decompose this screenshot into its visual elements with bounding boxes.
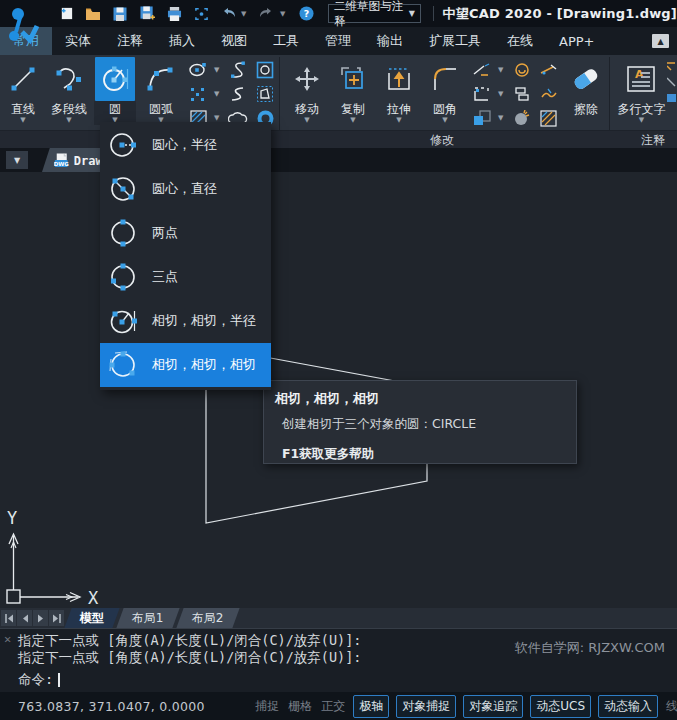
arc-tool-button[interactable]: 圆弧▼ [140,55,182,130]
menu-item-tan-tan-radius[interactable]: 相切，相切，半径 [100,299,271,343]
toggle-otrack[interactable]: 对象追踪 [463,695,523,718]
fillet-tool-button[interactable]: 圆角▼ [424,55,466,130]
polyline-tool-button[interactable]: 多段线▼ [48,55,90,130]
undo-icon[interactable] [220,6,236,22]
menu-item-two-points[interactable]: 两点 [100,211,271,255]
circle-tool-button[interactable]: 圆▼ [94,55,136,130]
tab-zaixian[interactable]: 在线 [494,27,546,55]
menu-item-center-radius[interactable]: 圆心，半径 [100,123,271,167]
tab-layout1[interactable]: 布局1 [116,608,179,628]
tooltip-title: 相切，相切，相切 [275,390,565,408]
rectangle-icon[interactable] [254,60,276,80]
tab-shitu[interactable]: 视图 [208,27,260,55]
menu-item-center-diameter[interactable]: 圆心，直径 [100,167,271,211]
close-icon[interactable]: ✕ [4,632,11,646]
extend-icon[interactable] [511,60,533,80]
toggle-ortho[interactable]: 正交 [320,696,346,717]
annotate-panel-label: 注释 [641,132,665,149]
tab-gongju[interactable]: 工具 [260,27,312,55]
chevron-down-icon[interactable]: ▼ [498,114,506,122]
copy-tool-button[interactable]: 复制▼ [332,55,374,130]
toggle-lineweight[interactable]: 线宽 [665,696,677,717]
ribbon-collapse-icon[interactable]: ▲ [652,34,669,48]
tab-charu[interactable]: 插入 [156,27,208,55]
zwcad-logo-icon [6,2,46,52]
chevron-down-icon[interactable]: ▼ [639,116,644,125]
help-icon[interactable]: ? [298,6,314,22]
menu-item-tan-tan-tan[interactable]: 相切，相切，相切 [100,343,271,387]
svg-text:?: ? [303,8,308,19]
break-icon[interactable] [538,84,560,104]
erase-icon [566,57,606,101]
polygon-icon[interactable] [254,84,276,104]
tab-layout2[interactable]: 布局2 [176,608,239,628]
last-tab-icon[interactable] [49,610,64,626]
open-folder-icon[interactable] [85,6,101,22]
redo-icon[interactable] [259,6,275,22]
chevron-down-icon[interactable]: ▼ [214,90,222,98]
copy-icon [333,57,373,101]
layout-tab-bar: 模型 布局1 布局2 [0,608,677,628]
toggle-grid[interactable]: 栅格 [287,696,313,717]
tab-shiti[interactable]: 实体 [52,27,104,55]
command-prompt: 命令: [18,671,53,689]
print-icon[interactable] [166,6,182,22]
new-file-icon[interactable] [58,6,74,22]
save-as-icon[interactable] [139,6,155,22]
toggle-polar[interactable]: 极轴 [353,695,389,718]
command-panel[interactable]: ✕ 指定下一点或 [角度(A)/长度(L)/闭合(C)/放弃(U)]: 指定下一… [0,628,677,692]
menu-item-three-points[interactable]: 三点 [100,255,271,299]
chevron-down-icon[interactable]: ▼ [350,116,355,125]
tab-shuchu[interactable]: 输出 [364,27,416,55]
chevron-down-icon[interactable]: ▼ [442,116,447,125]
ribbon-tab-row: 常用 实体 注释 插入 视图 工具 管理 输出 扩展工具 在线 APP+ ▲ [0,27,677,55]
window-title: 中望CAD 2020 - [Drawing1.dwg] [443,5,677,23]
stretch-tool-button[interactable]: 拉伸▼ [378,55,420,130]
chevron-down-icon[interactable]: ▼ [20,116,25,125]
modify-panel-label: 修改 [430,132,454,149]
quick-access-toolbar: ▼ ▼ ? [58,6,314,22]
tab-app-plus[interactable]: APP+ [546,27,607,55]
toggle-dyn[interactable]: 动态输入 [598,695,658,718]
select-window-icon[interactable] [193,6,209,22]
rectangle-array-icon[interactable] [471,84,493,104]
scale-icon[interactable] [471,108,493,128]
toggle-osnap[interactable]: 对象捕捉 [396,695,456,718]
prev-tab-icon[interactable] [17,610,32,626]
tab-kuozhangongju[interactable]: 扩展工具 [416,27,494,55]
offset-icon[interactable] [511,84,533,104]
mtext-tool-button[interactable]: A 多行文字▼ [618,55,665,130]
edit-hatch-icon[interactable] [538,108,560,128]
toggle-snap[interactable]: 捕捉 [254,696,280,717]
points-icon[interactable] [187,84,209,104]
document-list-dropdown-icon[interactable]: ▼ [6,151,28,169]
chevron-down-icon[interactable]: ▼ [214,114,222,122]
trim-icon[interactable] [471,60,493,80]
workspace-selector[interactable]: 二维草图与注释 ▼ [328,4,421,23]
chevron-down-icon[interactable]: ▼ [214,66,222,74]
three-points-icon [107,261,141,293]
chevron-down-icon[interactable]: ▼ [498,90,506,98]
toggle-ducs[interactable]: 动态UCS [530,695,591,718]
erase-tool-button[interactable]: 擦除 [565,55,607,130]
stretch-icon [379,57,419,101]
first-tab-icon[interactable] [1,610,16,626]
ellipse-icon[interactable] [187,60,209,80]
chevron-down-icon[interactable]: ▼ [498,66,506,74]
chevron-down-icon[interactable]: ▼ [304,116,309,125]
match-properties-icon[interactable] [538,60,560,80]
spline-icon[interactable] [227,60,249,80]
save-icon[interactable] [112,6,128,22]
line-tool-button[interactable]: 直线▼ [2,55,44,130]
tab-model[interactable]: 模型 [64,608,119,628]
chevron-down-icon[interactable]: ▼ [66,116,71,125]
next-tab-icon[interactable] [33,610,48,626]
spline-edit-icon[interactable] [227,84,249,104]
redo-dropdown-icon[interactable]: ▼ [280,10,287,18]
tab-zhushi[interactable]: 注释 [104,27,156,55]
tab-guanli[interactable]: 管理 [312,27,364,55]
undo-dropdown-icon[interactable]: ▼ [241,10,248,18]
explode-icon[interactable] [511,108,533,128]
chevron-down-icon[interactable]: ▼ [396,116,401,125]
move-tool-button[interactable]: 移动▼ [286,55,328,130]
